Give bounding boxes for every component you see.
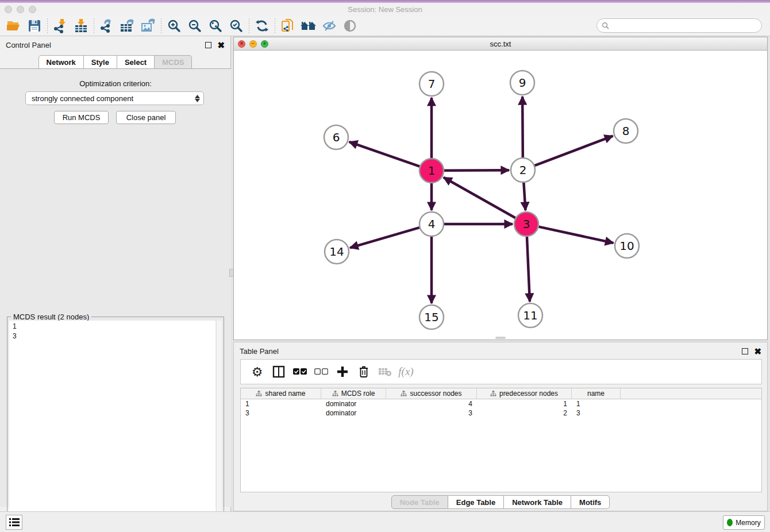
cell-name[interactable]: 3 [572, 409, 621, 417]
run-mcds-button[interactable]: Run MCDS [54, 111, 109, 124]
result-scrollbar[interactable] [216, 321, 222, 532]
column-header-shared-name[interactable]: shared name [241, 388, 321, 399]
tab-network-table[interactable]: Network Table [504, 495, 571, 509]
table-settings-gear-icon[interactable]: ⚙ [247, 361, 268, 382]
tab-mcds[interactable]: MCDS [155, 55, 192, 68]
function-builder-icon[interactable]: f(x) [395, 361, 417, 382]
graph-edge-4-14[interactable] [350, 228, 419, 248]
add-column-icon[interactable] [332, 361, 353, 382]
table-row[interactable]: 1 dominator 4 1 1 [241, 399, 761, 408]
tab-motifs[interactable]: Motifs [571, 495, 610, 509]
graph-edge-2-8[interactable] [535, 136, 613, 166]
search-field[interactable] [596, 18, 762, 33]
save-icon[interactable] [24, 17, 45, 34]
toolbar-separator [161, 18, 161, 33]
graph-edge-3-10[interactable] [538, 227, 613, 243]
close-table-panel-icon[interactable]: ✖ [754, 347, 761, 356]
zoom-out-icon[interactable] [184, 17, 205, 34]
cell-successor-nodes[interactable]: 3 [386, 409, 477, 417]
table-toolbar: ⚙ f(x) [240, 359, 762, 384]
tab-network[interactable]: Network [38, 55, 84, 68]
network-hscroll-thumb[interactable] [495, 337, 506, 339]
control-panel: Control Panel ✖ Network Style Select MCD… [0, 36, 231, 511]
column-layout-icon[interactable] [268, 361, 289, 382]
control-panel-tabs: Network Style Select MCDS [0, 55, 230, 68]
toolbar-separator [47, 18, 48, 33]
tree-icon [401, 391, 407, 397]
node-table: shared name MCDS role successor nodes pr… [240, 388, 762, 492]
zoom-fit-icon[interactable] [205, 17, 226, 34]
graph-edge-2-9[interactable] [522, 97, 523, 157]
zoom-in-icon[interactable] [164, 17, 184, 34]
criterion-dropdown[interactable]: strongly connected component [25, 91, 204, 105]
delete-column-trash-icon[interactable] [353, 361, 374, 382]
close-panel-button[interactable]: Close panel [116, 111, 176, 124]
table-row[interactable]: 3 dominator 3 2 3 [241, 408, 761, 418]
memory-status-icon [727, 519, 733, 526]
task-history-button[interactable] [6, 515, 22, 530]
column-header-mcds-role[interactable]: MCDS role [321, 388, 386, 399]
network-window-titlebar[interactable]: × − + scc.txt [234, 37, 767, 51]
column-header-predecessor-nodes[interactable]: predecessor nodes [477, 388, 572, 399]
cell-mcds-role[interactable]: dominator [321, 409, 386, 417]
toolbar-separator [94, 18, 94, 33]
export-image-icon[interactable] [138, 17, 159, 34]
home-layout-icon[interactable] [298, 17, 319, 34]
export-table-icon[interactable] [117, 17, 138, 34]
tab-select[interactable]: Select [117, 55, 155, 68]
control-panel-header: Control Panel ✖ [0, 36, 230, 53]
float-panel-icon[interactable] [205, 42, 211, 48]
tab-style[interactable]: Style [84, 55, 117, 68]
new-network-from-selection-icon[interactable] [278, 17, 298, 34]
control-panel-title: Control Panel [6, 41, 51, 49]
list-icon [9, 518, 20, 527]
graph-node-label: 14 [329, 245, 344, 259]
cell-predecessor-nodes[interactable]: 1 [477, 400, 572, 408]
main-toolbar [0, 16, 770, 36]
search-icon [602, 22, 609, 29]
show-panel-eye-icon[interactable] [340, 17, 360, 34]
cell-shared-name[interactable]: 3 [241, 409, 321, 417]
cell-predecessor-nodes[interactable]: 2 [477, 409, 572, 417]
search-input[interactable] [612, 22, 761, 30]
refresh-icon[interactable] [252, 17, 272, 34]
tree-icon [490, 391, 496, 397]
cell-shared-name[interactable]: 1 [241, 400, 321, 408]
network-graph-canvas[interactable]: 7968124314101511 [234, 51, 767, 340]
hide-panel-eye-icon[interactable] [319, 17, 340, 34]
import-network-icon[interactable] [50, 17, 71, 34]
close-panel-icon[interactable]: ✖ [217, 41, 225, 49]
memory-button[interactable]: Memory [723, 515, 765, 530]
mcds-result-text[interactable]: 1 3 [9, 321, 215, 532]
graph-edge-1-6[interactable] [349, 142, 420, 167]
table-type-tabs: Node Table Edge Table Network Table Moti… [234, 495, 767, 509]
tab-node-table[interactable]: Node Table [391, 495, 448, 509]
graph-edge-3-1[interactable] [444, 178, 515, 218]
open-folder-icon[interactable] [3, 17, 24, 34]
mcds-panel: Optimization criterion: strongly connect… [0, 68, 231, 507]
tab-edge-table[interactable]: Edge Table [448, 495, 504, 509]
float-table-panel-icon[interactable] [742, 348, 748, 354]
deselect-all-icon[interactable] [310, 361, 332, 382]
graph-edge-2-3[interactable] [523, 183, 525, 210]
cell-mcds-role[interactable]: dominator [321, 400, 386, 408]
table-panel-title: Table Panel [240, 347, 279, 356]
graph-edge-3-11[interactable] [527, 237, 530, 302]
graph-node-label: 9 [519, 76, 526, 90]
zoom-selected-icon[interactable] [226, 17, 247, 34]
tree-icon [256, 391, 262, 397]
export-network-icon[interactable] [97, 17, 117, 34]
column-header-successor-nodes[interactable]: successor nodes [386, 388, 477, 399]
dropdown-stepper-icon [195, 95, 200, 102]
mcds-result-title: MCDS result (2 nodes) [11, 313, 91, 321]
criterion-value: strongly connected component [32, 94, 133, 103]
graph-node-label: 11 [523, 309, 537, 322]
select-all-icon[interactable] [289, 361, 310, 382]
graph-edge-1-2[interactable] [444, 170, 509, 171]
delete-table-icon[interactable] [374, 361, 395, 382]
cell-name[interactable]: 1 [572, 400, 621, 408]
column-header-name[interactable]: name [572, 388, 621, 399]
import-table-icon[interactable] [71, 17, 91, 34]
status-bar: Memory [0, 511, 770, 532]
cell-successor-nodes[interactable]: 4 [386, 400, 477, 408]
